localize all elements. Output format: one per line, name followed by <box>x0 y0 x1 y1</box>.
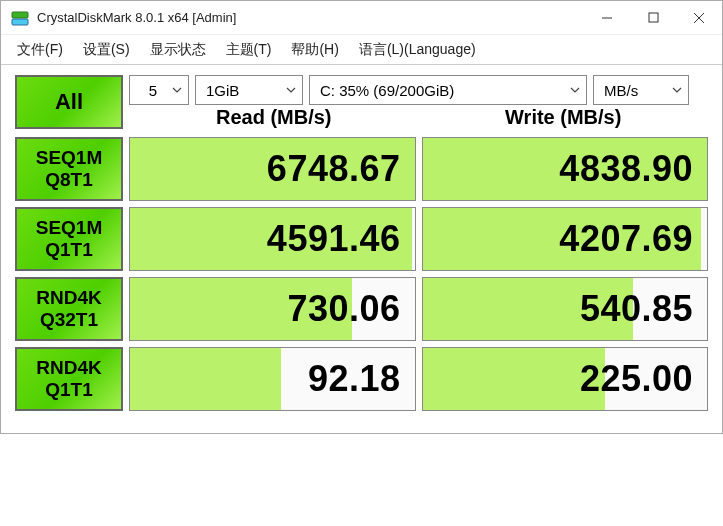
window-controls <box>584 1 722 35</box>
test-label-line1: RND4K <box>36 357 101 379</box>
test-label-line2: Q8T1 <box>45 169 93 191</box>
menu-status[interactable]: 显示状态 <box>140 37 216 63</box>
drive-select[interactable]: C: 35% (69/200GiB) <box>309 75 587 105</box>
controls-row: All 5 1GiB C: 35% (69/200GiB) <box>15 75 708 131</box>
minimize-button[interactable] <box>584 1 630 35</box>
read-value-cell: 4591.46 <box>129 207 416 271</box>
test-label-line2: Q1T1 <box>45 379 93 401</box>
menu-settings[interactable]: 设置(S) <box>73 37 140 63</box>
test-label-line2: Q32T1 <box>40 309 98 331</box>
write-value-cell: 225.00 <box>422 347 709 411</box>
runs-value: 5 <box>149 82 157 99</box>
test-row: RND4KQ32T1730.06540.85 <box>15 277 708 341</box>
status-strip <box>15 411 708 419</box>
svg-rect-1 <box>12 19 28 25</box>
write-value-cell: 4207.69 <box>422 207 709 271</box>
write-value-cell: 4838.90 <box>422 137 709 201</box>
test-label-line2: Q1T1 <box>45 239 93 261</box>
write-header: Write (MB/s) <box>419 106 709 129</box>
app-icon <box>11 9 29 27</box>
chevron-down-icon <box>672 87 682 93</box>
test-label-line1: SEQ1M <box>36 147 103 169</box>
size-select[interactable]: 1GiB <box>195 75 303 105</box>
test-row: RND4KQ1T192.18225.00 <box>15 347 708 411</box>
tests-container: SEQ1MQ8T16748.674838.90SEQ1MQ1T14591.464… <box>15 137 708 411</box>
menu-help[interactable]: 帮助(H) <box>281 37 348 63</box>
test-label-line1: RND4K <box>36 287 101 309</box>
test-button[interactable]: SEQ1MQ1T1 <box>15 207 123 271</box>
titlebar: CrystalDiskMark 8.0.1 x64 [Admin] <box>1 1 722 35</box>
test-label-line1: SEQ1M <box>36 217 103 239</box>
chevron-down-icon <box>172 87 182 93</box>
runs-select[interactable]: 5 <box>129 75 189 105</box>
window-title: CrystalDiskMark 8.0.1 x64 [Admin] <box>37 10 584 25</box>
chevron-down-icon <box>570 87 580 93</box>
test-row: SEQ1MQ8T16748.674838.90 <box>15 137 708 201</box>
run-all-label: All <box>55 89 83 115</box>
read-value-cell: 6748.67 <box>129 137 416 201</box>
test-button[interactable]: RND4KQ32T1 <box>15 277 123 341</box>
svg-rect-3 <box>649 13 658 22</box>
read-header: Read (MB/s) <box>129 106 419 129</box>
app-window: CrystalDiskMark 8.0.1 x64 [Admin] 文件(F) … <box>0 0 723 434</box>
menu-language[interactable]: 语言(L)(Language) <box>349 37 486 63</box>
content-area: All 5 1GiB C: 35% (69/200GiB) <box>1 65 722 433</box>
menu-theme[interactable]: 主题(T) <box>216 37 282 63</box>
svg-rect-0 <box>12 12 28 18</box>
unit-value: MB/s <box>604 82 638 99</box>
close-button[interactable] <box>676 1 722 35</box>
menu-file[interactable]: 文件(F) <box>7 37 73 63</box>
unit-select[interactable]: MB/s <box>593 75 689 105</box>
write-value-cell: 540.85 <box>422 277 709 341</box>
maximize-button[interactable] <box>630 1 676 35</box>
test-row: SEQ1MQ1T14591.464207.69 <box>15 207 708 271</box>
run-all-button[interactable]: All <box>15 75 123 129</box>
menubar: 文件(F) 设置(S) 显示状态 主题(T) 帮助(H) 语言(L)(Langu… <box>1 35 722 65</box>
column-headers: Read (MB/s) Write (MB/s) <box>129 105 708 129</box>
size-value: 1GiB <box>206 82 239 99</box>
read-value-cell: 92.18 <box>129 347 416 411</box>
chevron-down-icon <box>286 87 296 93</box>
test-button[interactable]: RND4KQ1T1 <box>15 347 123 411</box>
read-value-cell: 730.06 <box>129 277 416 341</box>
test-button[interactable]: SEQ1MQ8T1 <box>15 137 123 201</box>
drive-value: C: 35% (69/200GiB) <box>320 82 454 99</box>
